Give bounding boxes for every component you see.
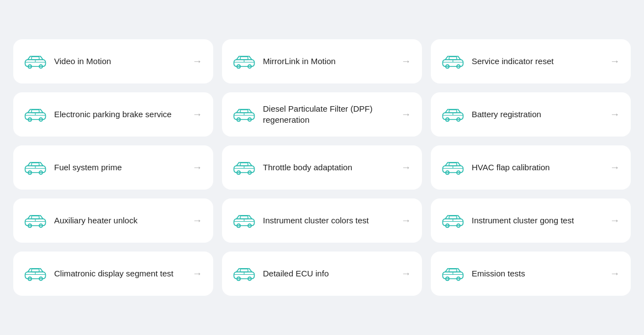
card-video-in-motion[interactable]: Video in Motion → [13,39,213,83]
car-icon [24,107,46,122]
arrow-icon: → [610,56,620,67]
card-service-indicator-reset[interactable]: Service indicator reset → [431,39,631,83]
card-label: Emission tests [472,268,602,279]
car-icon [442,160,464,175]
card-label: Instrument cluster gong test [472,215,602,226]
car-icon [442,266,464,281]
car-icon [24,160,46,175]
car-icon [233,266,255,281]
card-hvac-flap-calibration[interactable]: HVAC flap calibration → [431,145,631,190]
car-icon [442,213,464,228]
arrow-icon: → [610,215,620,227]
card-throttle-body-adaptation[interactable]: Throttle body adaptation → [222,145,422,190]
arrow-icon: → [401,268,411,280]
car-icon [24,54,46,69]
card-label: Auxiliary heater unlock [54,215,184,226]
car-icon [24,266,46,281]
card-label: Throttle body adaptation [263,162,393,173]
card-electronic-parking-brake-service[interactable]: Electronic parking brake service → [13,92,213,137]
card-label: Detailed ECU info [263,268,393,279]
card-label: Diesel Particulate Filter (DPF) regenera… [263,103,393,126]
arrow-icon: → [401,56,411,67]
card-instrument-cluster-gong-test[interactable]: Instrument cluster gong test → [431,198,631,243]
card-auxiliary-heater-unlock[interactable]: Auxiliary heater unlock → [13,198,213,243]
arrow-icon: → [401,109,411,121]
car-icon [233,107,255,122]
car-icon [233,54,255,69]
card-detailed-ecu-info[interactable]: Detailed ECU info → [222,252,422,296]
card-label: Climatronic display segment test [54,268,184,279]
arrow-icon: → [401,215,411,227]
card-label: Electronic parking brake service [54,109,184,120]
card-instrument-cluster-colors-test[interactable]: Instrument cluster colors test → [222,198,422,243]
arrow-icon: → [192,56,202,67]
arrow-icon: → [610,162,620,174]
arrow-icon: → [192,268,202,280]
card-climatronic-display-segment-test[interactable]: Climatronic display segment test → [13,252,213,296]
car-icon [233,213,255,228]
arrow-icon: → [192,215,202,227]
arrow-icon: → [192,162,202,174]
car-icon [442,54,464,69]
card-label: HVAC flap calibration [472,162,602,173]
card-battery-registration[interactable]: Battery registration → [431,92,631,137]
card-emission-tests[interactable]: Emission tests → [431,252,631,296]
card-label: MirrorLink in Motion [263,56,393,67]
main-grid: Video in Motion → MirrorLink in Motion → [0,26,644,309]
car-icon [233,160,255,175]
arrow-icon: → [610,268,620,280]
arrow-icon: → [401,162,411,174]
card-fuel-system-prime[interactable]: Fuel system prime → [13,145,213,190]
card-diesel-particulate-filter-regeneration[interactable]: Diesel Particulate Filter (DPF) regenera… [222,92,422,137]
card-label: Service indicator reset [472,56,602,67]
arrow-icon: → [610,109,620,121]
arrow-icon: → [192,109,202,121]
card-label: Battery registration [472,109,602,120]
card-mirrorlink-in-motion[interactable]: MirrorLink in Motion → [222,39,422,83]
car-icon [442,107,464,122]
card-label: Fuel system prime [54,162,184,173]
car-icon [24,213,46,228]
card-label: Video in Motion [54,56,184,67]
card-label: Instrument cluster colors test [263,215,393,226]
